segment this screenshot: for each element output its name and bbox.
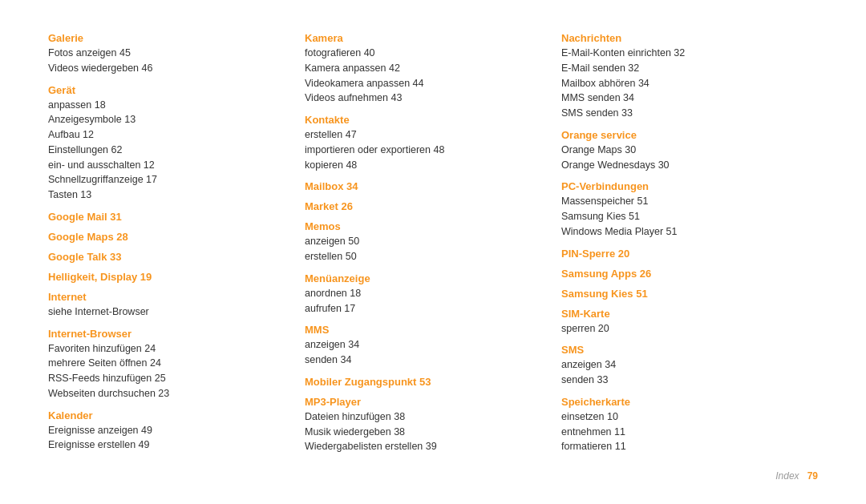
section-1-6: MMSanzeigen 34senden 34 <box>305 324 545 368</box>
section-title-2-2: PC-Verbindungen <box>561 180 802 192</box>
item-2-2-0: Massenspeicher 51 <box>561 194 802 209</box>
section-title-0-6: Internet <box>48 291 289 303</box>
section-2-7: SMSanzeigen 34senden 33 <box>561 344 802 388</box>
item-0-8-0: Ereignisse anzeigen 49 <box>48 423 289 438</box>
section-2-0: NachrichtenE-Mail-Konten einrichten 32E-… <box>561 32 802 121</box>
section-2-1: Orange serviceOrange Maps 30Orange Wedne… <box>561 129 802 173</box>
section-title-1-0: Kamera <box>305 32 545 44</box>
item-0-8-1: Ereignisse erstellen 49 <box>48 437 289 453</box>
section-title-1-6: MMS <box>305 324 545 336</box>
section-title-2-6: SIM-Karte <box>561 308 802 320</box>
item-2-8-0: einsetzen 10 <box>561 409 802 425</box>
section-title-1-5: Menüanzeige <box>305 272 545 284</box>
item-2-2-1: Samsung Kies 51 <box>561 209 802 224</box>
item-1-0-2: Videokamera anpassen 44 <box>305 76 545 91</box>
item-0-1-6: Tasten 13 <box>48 187 289 203</box>
section-2-3: PIN-Sperre 20 <box>561 248 802 260</box>
item-0-0-0: Fotos anzeigen 45 <box>48 46 289 61</box>
section-1-7: Mobiler Zugangspunkt 53 <box>305 376 545 388</box>
section-title-1-1: Kontakte <box>305 114 545 126</box>
section-title-0-8: Kalender <box>48 409 289 421</box>
item-1-8-1: Musik wiedergeben 38 <box>305 425 545 440</box>
section-0-4: Google Talk 33 <box>48 251 289 263</box>
section-title-2-1: Orange service <box>561 129 802 141</box>
column-0: GalerieFotos anzeigen 45Videos wiedergeb… <box>48 32 305 462</box>
section-2-6: SIM-Kartesperren 20 <box>561 308 802 337</box>
item-1-0-3: Videos aufnehmen 43 <box>305 91 545 106</box>
item-1-6-1: senden 34 <box>305 353 545 368</box>
item-2-0-0: E-Mail-Konten einrichten 32 <box>561 46 802 61</box>
section-2-5: Samsung Kies 51 <box>561 288 802 300</box>
section-title-1-2: Mailbox 34 <box>305 180 545 192</box>
section-title-2-0: Nachrichten <box>561 32 802 44</box>
item-1-4-1: erstellen 50 <box>305 249 545 264</box>
item-2-1-0: Orange Maps 30 <box>561 143 802 158</box>
item-2-8-1: entnehmen 11 <box>561 425 802 440</box>
section-1-8: MP3-PlayerDateien hinzufügen 38Musik wie… <box>305 396 545 454</box>
section-1-2: Mailbox 34 <box>305 180 545 192</box>
section-1-1: Kontakteerstellen 47importieren oder exp… <box>305 114 545 172</box>
section-1-5: Menüanzeigeanordnen 18aufrufen 17 <box>305 272 545 317</box>
item-2-0-2: Mailbox abhören 34 <box>561 76 802 91</box>
item-1-6-0: anzeigen 34 <box>305 337 545 353</box>
section-title-1-3: Market 26 <box>305 200 545 212</box>
item-1-8-2: Wiedergabelisten erstellen 39 <box>305 439 545 454</box>
footer-label: Index <box>775 470 799 482</box>
section-0-0: GalerieFotos anzeigen 45Videos wiedergeb… <box>48 32 289 76</box>
item-0-1-5: Schnellzugriffanzeige 17 <box>48 172 289 187</box>
item-1-1-2: kopieren 48 <box>305 158 545 173</box>
item-2-7-0: anzeigen 34 <box>561 357 802 373</box>
item-1-1-1: importieren oder exportieren 48 <box>305 143 545 158</box>
item-0-1-4: ein- und ausschalten 12 <box>48 158 289 173</box>
section-1-0: Kamerafotografieren 40Kamera anpassen 42… <box>305 32 545 106</box>
section-1-4: Memosanzeigen 50erstellen 50 <box>305 220 545 264</box>
section-title-1-4: Memos <box>305 220 545 232</box>
item-2-0-1: E-Mail senden 32 <box>561 61 802 76</box>
section-title-0-7: Internet-Browser <box>48 328 289 340</box>
section-0-8: KalenderEreignisse anzeigen 49Ereignisse… <box>48 409 289 454</box>
item-2-2-2: Windows Media Player 51 <box>561 224 802 240</box>
item-1-0-1: Kamera anpassen 42 <box>305 61 545 76</box>
item-0-6-0: siehe Internet-Browser <box>48 304 289 320</box>
column-2: NachrichtenE-Mail-Konten einrichten 32E-… <box>561 32 818 462</box>
section-0-3: Google Maps 28 <box>48 231 289 243</box>
section-title-0-3: Google Maps 28 <box>48 231 289 243</box>
page-number: 79 <box>807 470 818 482</box>
section-title-0-2: Google Mail 31 <box>48 211 289 223</box>
section-0-1: Gerätanpassen 18Anzeigesymbole 13Aufbau … <box>48 84 289 203</box>
section-title-2-7: SMS <box>561 344 802 356</box>
item-1-0-0: fotografieren 40 <box>305 46 545 61</box>
section-title-2-8: Speicherkarte <box>561 396 802 408</box>
section-title-2-5: Samsung Kies 51 <box>561 288 802 300</box>
item-2-1-1: Orange Wednesdays 30 <box>561 158 802 173</box>
item-0-7-2: RSS-Feeds hinzufügen 25 <box>48 371 289 386</box>
section-title-0-1: Gerät <box>48 84 289 96</box>
section-2-8: Speicherkarteeinsetzen 10entnehmen 11for… <box>561 396 802 454</box>
page: GalerieFotos anzeigen 45Videos wiedergeb… <box>0 0 866 504</box>
item-1-5-0: anordnen 18 <box>305 286 545 301</box>
item-1-8-0: Dateien hinzufügen 38 <box>305 409 545 425</box>
item-2-0-4: SMS senden 33 <box>561 106 802 121</box>
item-0-1-3: Einstellungen 62 <box>48 143 289 158</box>
index-columns: GalerieFotos anzeigen 45Videos wiedergeb… <box>48 32 818 462</box>
item-1-4-0: anzeigen 50 <box>305 234 545 249</box>
section-title-2-4: Samsung Apps 26 <box>561 268 802 280</box>
item-0-1-1: Anzeigesymbole 13 <box>48 112 289 127</box>
section-2-2: PC-VerbindungenMassenspeicher 51Samsung … <box>561 180 802 239</box>
section-title-0-5: Helligkeit, Display 19 <box>48 271 289 283</box>
item-0-1-0: anpassen 18 <box>48 98 289 113</box>
section-0-6: Internetsiehe Internet-Browser <box>48 291 289 320</box>
section-title-0-0: Galerie <box>48 32 289 44</box>
section-0-5: Helligkeit, Display 19 <box>48 271 289 283</box>
item-2-7-1: senden 33 <box>561 373 802 388</box>
item-0-7-0: Favoriten hinzufügen 24 <box>48 341 289 357</box>
section-1-3: Market 26 <box>305 200 545 212</box>
item-0-7-3: Webseiten durchsuchen 23 <box>48 386 289 401</box>
section-title-1-8: MP3-Player <box>305 396 545 408</box>
item-1-1-0: erstellen 47 <box>305 127 545 143</box>
footer: Index 79 <box>48 470 818 482</box>
column-1: Kamerafotografieren 40Kamera anpassen 42… <box>305 32 561 462</box>
section-title-0-4: Google Talk 33 <box>48 251 289 263</box>
section-2-4: Samsung Apps 26 <box>561 268 802 280</box>
item-1-5-1: aufrufen 17 <box>305 301 545 317</box>
